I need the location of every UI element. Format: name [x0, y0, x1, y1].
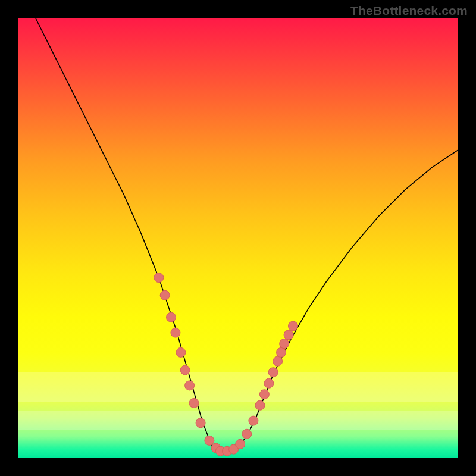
marker-layer	[154, 273, 298, 456]
curve-marker	[259, 390, 269, 399]
chart-svg	[18, 18, 458, 458]
curve-marker	[154, 273, 164, 283]
watermark-label: TheBottleneck.com	[350, 4, 468, 17]
curve-marker	[284, 330, 293, 340]
curve-marker	[236, 439, 245, 449]
curve-marker	[289, 321, 298, 331]
curve-marker	[205, 436, 214, 445]
curve-marker	[280, 339, 289, 349]
curve-marker	[264, 378, 274, 388]
curve-marker	[249, 416, 258, 425]
curve-marker	[189, 399, 199, 408]
curve-marker	[196, 418, 205, 428]
curve-marker	[185, 381, 195, 390]
curve-marker	[180, 365, 190, 375]
curve-marker	[171, 328, 180, 337]
watermark-text: TheBottleneck.com	[350, 4, 468, 18]
curve-marker	[277, 347, 286, 357]
curve-marker	[242, 429, 252, 439]
curve-marker	[167, 312, 176, 322]
curve-marker	[268, 368, 278, 377]
curve-marker	[273, 356, 283, 366]
plot-area	[18, 18, 458, 458]
bottleneck-curve	[36, 18, 458, 452]
curve-marker	[160, 290, 170, 300]
chart-frame: TheBottleneck.com	[0, 0, 476, 476]
curve-marker	[176, 347, 186, 357]
curve-marker	[255, 400, 265, 410]
